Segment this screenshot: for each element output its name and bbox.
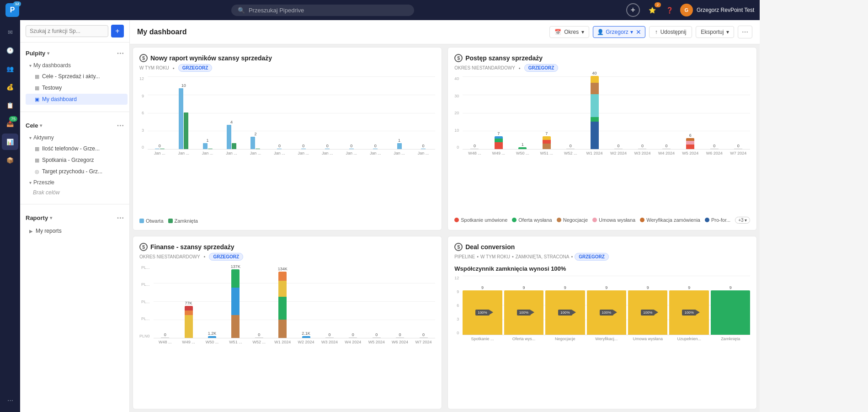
sidebar-item-cele[interactable]: ▦ Cele - Sprzedaż i akty... bbox=[26, 71, 128, 82]
left-nav: ✉ 🕐 👥 💰 📋 📥 75 📊 📦 ⋯ bbox=[0, 20, 20, 412]
chart-deal-conversion: $ Deal conversion PIPELINE • W TYM ROKU … bbox=[447, 236, 757, 410]
chart-sales-results: $ Nowy raport wyników szansy sprzedaży W… bbox=[133, 47, 442, 230]
grid-icon-phones: ▦ bbox=[35, 146, 39, 152]
raporty-more[interactable]: ⋯ bbox=[117, 214, 124, 222]
sidebar-add-button[interactable]: + bbox=[111, 25, 124, 37]
dashboard-title: My dashboard bbox=[137, 28, 546, 36]
user-filter-tag[interactable]: 👤 Grzegorz ▾ ✕ bbox=[593, 26, 645, 38]
help-button[interactable]: ❓ bbox=[663, 3, 676, 17]
sidebar-item-meetings[interactable]: ▦ Spotkania - Grzegorz bbox=[26, 155, 128, 166]
more-options-button[interactable]: ⋯ bbox=[738, 26, 752, 38]
my-dashboards-chevron: ▾ bbox=[29, 63, 32, 68]
sidebar: + Pulpity ▾ ⋯ ▾ My dashboards bbox=[20, 20, 130, 412]
export-button[interactable]: Eksportuj ▾ bbox=[696, 26, 734, 38]
sidebar-section-cele: Cele ▾ ⋯ ▾ Aktywny ▦ Ilość telefonów - G… bbox=[20, 115, 129, 201]
nav-more[interactable]: ⋯ bbox=[2, 392, 18, 408]
raporty-chevron: ▾ bbox=[50, 215, 52, 220]
nav-contacts[interactable]: 👥 bbox=[2, 60, 18, 77]
main-content: My dashboard 📅 Okres ▾ 👤 Grzegorz ▾ ✕ ↑ … bbox=[130, 20, 760, 412]
aktywny-header[interactable]: ▾ Aktywny bbox=[24, 133, 129, 143]
user-avatar[interactable]: G bbox=[680, 4, 693, 16]
chart1-title: $ Nowy raport wyników szansy sprzedaży bbox=[139, 54, 435, 62]
chart3-subtitle: OKRES NIESTANDARDOWY • GRZEGORZ bbox=[139, 253, 435, 261]
chart2-y-axis: 40 30 20 10 0 bbox=[454, 76, 461, 150]
sidebar-item-my-reports[interactable]: ▶ My reports bbox=[22, 225, 128, 236]
chart4-subtitle: PIPELINE • W TYM ROKU • ZAMKNIĘTA, STRAC… bbox=[454, 253, 750, 261]
aktywny-label: Aktywny bbox=[33, 134, 54, 141]
przeszle-chevron: ▾ bbox=[29, 180, 32, 185]
przeszle-label: Przeszłe bbox=[33, 179, 54, 186]
period-filter-button[interactable]: 📅 Okres ▾ bbox=[549, 26, 589, 38]
user-filter-chevron: ▾ bbox=[630, 29, 633, 35]
chart4-title: $ Deal conversion bbox=[454, 243, 750, 251]
nav-products[interactable]: 📦 bbox=[2, 152, 18, 168]
chart3-title: $ Finanse - szansy sprzedaży bbox=[139, 243, 435, 251]
chart1-legend: Otwarta Zamknięta bbox=[139, 218, 435, 224]
no-goals-text: Brak celów bbox=[24, 187, 129, 198]
global-header: P 12 🔍 + ⭐ 2 ❓ G Grzegorz RevPoint Test bbox=[0, 0, 760, 20]
cele-chevron: ▾ bbox=[40, 123, 42, 128]
user-filter-close[interactable]: ✕ bbox=[636, 28, 641, 36]
dashboard-header: My dashboard 📅 Okres ▾ 👤 Grzegorz ▾ ✕ ↑ … bbox=[130, 20, 760, 44]
user-icon-filter: 👤 bbox=[597, 29, 604, 35]
nav-reports[interactable]: 📊 bbox=[2, 134, 18, 150]
share-button[interactable]: ↑ Udostępnij bbox=[649, 26, 692, 38]
nav-mail[interactable]: ✉ bbox=[2, 24, 18, 40]
pulpity-chevron: ▾ bbox=[47, 51, 49, 56]
dollar-icon-2: $ bbox=[454, 54, 463, 62]
circle-icon-target: ◎ bbox=[35, 169, 39, 175]
pulpity-label: Pulpity bbox=[26, 50, 45, 57]
grid-icon-1: ▦ bbox=[35, 74, 39, 80]
chart-progress: $ Postęp szansy sprzedaży OKRES NIESTAND… bbox=[447, 47, 757, 230]
aktywny-subsection: ▾ Aktywny ▦ Ilość telefonów - Grze... ▦ … bbox=[20, 133, 129, 177]
notifications-button[interactable]: ⭐ 2 bbox=[645, 3, 659, 17]
pulpity-header: Pulpity ▾ ⋯ bbox=[20, 46, 129, 60]
export-chevron: ▾ bbox=[726, 29, 729, 35]
dollar-icon-1: $ bbox=[139, 54, 148, 62]
chart2-user-tag: GRZEGORZ bbox=[524, 64, 559, 72]
my-reports-chevron: ▶ bbox=[29, 229, 33, 234]
charts-grid: $ Nowy raport wyników szansy sprzedaży W… bbox=[130, 44, 760, 412]
grid-icon-2: ▦ bbox=[35, 85, 39, 91]
chart3-user-tag: GRZEGORZ bbox=[209, 253, 243, 261]
przeszle-header[interactable]: ▾ Przeszłe bbox=[24, 177, 129, 187]
sidebar-item-testowy[interactable]: ▦ Testowy bbox=[26, 82, 128, 93]
chart1-subtitle: W TYM ROKU • GRZEGORZ bbox=[139, 64, 435, 72]
cele-more[interactable]: ⋯ bbox=[117, 121, 124, 130]
grid-icon-active: ▣ bbox=[35, 96, 39, 102]
nav-deals[interactable]: 💰 bbox=[2, 79, 18, 95]
raporty-label: Raporty bbox=[26, 214, 48, 221]
chart2-title: $ Postęp szansy sprzedaży bbox=[454, 54, 750, 62]
cele-label: Cele bbox=[26, 122, 38, 129]
nav-clock[interactable]: 🕐 bbox=[2, 42, 18, 59]
cele-header: Cele ▾ ⋯ bbox=[20, 118, 129, 133]
share-icon: ↑ bbox=[655, 29, 658, 35]
grid-icon-meetings: ▦ bbox=[35, 157, 39, 163]
aktywny-chevron: ▾ bbox=[29, 135, 32, 140]
my-dashboards-label: My dashboards bbox=[33, 62, 71, 69]
header-right: ⭐ 2 ❓ G Grzegorz RevPoint Test bbox=[645, 3, 755, 17]
global-search-input[interactable] bbox=[249, 7, 340, 14]
przeszle-subsection: ▾ Przeszłe Brak celów bbox=[20, 177, 129, 198]
chart-finance: $ Finanse - szansy sprzedaży OKRES NIEST… bbox=[133, 236, 442, 410]
nav-inbox[interactable]: 📥 75 bbox=[2, 115, 18, 132]
global-search-bar[interactable]: 🔍 bbox=[231, 5, 414, 16]
my-dashboards-header[interactable]: ▾ My dashboards bbox=[24, 60, 129, 70]
period-chevron: ▾ bbox=[581, 29, 584, 35]
nav-activities[interactable]: 📋 bbox=[2, 97, 18, 113]
sidebar-search-input[interactable] bbox=[26, 25, 108, 37]
closing-rate-text: Współczynnik zamknięcia wynosi 100% bbox=[454, 265, 750, 272]
chart1-y-axis: 12 9 6 3 0 bbox=[139, 76, 146, 150]
sidebar-item-my-dashboard[interactable]: ▣ My dashboard bbox=[26, 94, 128, 105]
app-logo[interactable]: P 12 bbox=[5, 3, 19, 17]
sidebar-item-phones[interactable]: ▦ Ilość telefonów - Grze... bbox=[26, 143, 128, 154]
chart4-user-tag: GRZEGORZ bbox=[575, 253, 609, 261]
sidebar-item-target[interactable]: ◎ Target przychodu - Grz... bbox=[26, 166, 128, 177]
sidebar-section-pulpity: Pulpity ▾ ⋯ ▾ My dashboards ▦ Cele - Spr… bbox=[20, 43, 129, 109]
search-icon: 🔍 bbox=[238, 7, 245, 14]
pulpity-more[interactable]: ⋯ bbox=[117, 49, 124, 58]
dollar-icon-3: $ bbox=[139, 243, 148, 251]
calendar-icon: 📅 bbox=[554, 29, 561, 35]
chart3-y-axis: PL... PL... PL... PL... PLN0 bbox=[139, 265, 152, 338]
add-button[interactable]: + bbox=[626, 3, 640, 17]
